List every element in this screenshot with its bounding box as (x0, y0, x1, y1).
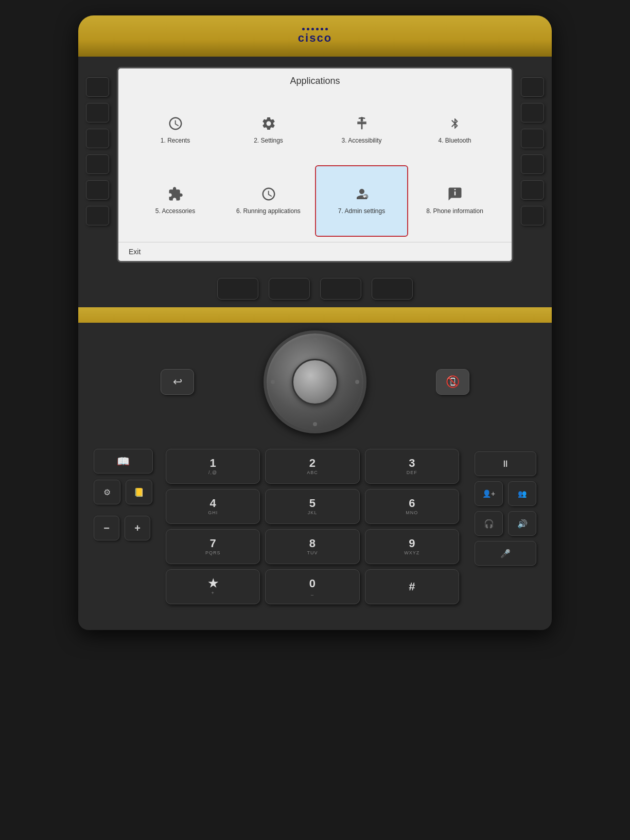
right-func-row-1: ⏸ (469, 451, 536, 476)
app-item-bluetooth[interactable]: 4. Bluetooth (408, 96, 501, 165)
phone-info-icon (447, 186, 463, 204)
key-num-4: 5 (309, 498, 316, 509)
key-6[interactable]: 6MNO (365, 489, 459, 524)
app-item-settings[interactable]: 2. Settings (222, 96, 315, 165)
app-item-accessibility[interactable]: 3. Accessibility (315, 96, 408, 165)
right-func-row-3: 🎧 🔊 (469, 511, 536, 536)
cisco-brand: cisco (298, 31, 332, 45)
key-num-1: 2 (309, 458, 316, 469)
key-num-9: ★ (208, 578, 218, 589)
key-0[interactable]: 0_ (265, 569, 359, 604)
volume-up-button[interactable]: + (125, 516, 150, 540)
right-side-btn-2[interactable] (521, 103, 544, 122)
end-call-button[interactable]: 📵 (436, 369, 469, 395)
right-side-btn-1[interactable] (521, 77, 544, 97)
key-2[interactable]: 2ABC (265, 449, 359, 484)
key-sub-2: DEF (407, 470, 417, 475)
app-item-accessories[interactable]: 5. Accessories (129, 165, 222, 237)
gold-accent-bar (78, 307, 552, 323)
right-func-row-2: 👤+ 👥 (469, 481, 536, 506)
bluetooth-label: 4. Bluetooth (438, 137, 471, 145)
right-side-btn-3[interactable] (521, 129, 544, 148)
right-side-btn-5[interactable] (521, 180, 544, 200)
key-7[interactable]: 7PQRS (166, 529, 260, 564)
key-4[interactable]: 4GHI (166, 489, 260, 524)
contacts-book-button[interactable]: 📖 (94, 449, 153, 474)
app-item-recents[interactable]: 1. Recents (129, 96, 222, 165)
running-apps-label: 6. Running applications (236, 207, 301, 216)
right-func-keys: ⏸ 👤+ 👥 🎧 🔊 🎤 (469, 449, 536, 604)
keypad-main: 1/,@2ABC3DEF4GHI5JKL6MNO7PQRS8TUV9WXYZ★+… (166, 449, 459, 604)
key-9[interactable]: 9WXYZ (365, 529, 459, 564)
key-sub-1: ABC (307, 470, 318, 475)
settings-icon: ⚙ (103, 487, 111, 497)
left-side-btn-6[interactable] (86, 206, 109, 225)
right-side-btn-6[interactable] (521, 206, 544, 225)
key-num-2: 3 (409, 458, 415, 469)
nav-ring[interactable] (264, 330, 366, 433)
screen-row: Applications 1. Recents2. Settings3. Acc… (78, 57, 552, 273)
left-func-keys: 📖 ⚙ 📒 − + (94, 449, 155, 604)
key-5[interactable]: 5JKL (265, 489, 359, 524)
key-num-7: 8 (309, 538, 316, 549)
directory-button[interactable]: 📒 (126, 480, 152, 504)
key-num-6: 7 (210, 538, 216, 549)
pause-icon: ⏸ (501, 459, 510, 469)
key-star[interactable]: ★+ (166, 569, 260, 604)
phone-screen: Applications 1. Recents2. Settings3. Acc… (117, 67, 513, 262)
phone-info-label: 8. Phone information (426, 207, 483, 216)
left-side-btn-2[interactable] (86, 103, 109, 122)
key-3[interactable]: 3DEF (365, 449, 459, 484)
screen-title: Applications (118, 68, 512, 91)
accessories-label: 5. Accessories (155, 207, 195, 216)
admin-settings-label: 7. Admin settings (338, 207, 385, 216)
nav-dot-left (271, 380, 275, 384)
headset-button[interactable]: 🎧 (475, 511, 503, 536)
nav-dot-bottom (313, 422, 317, 426)
app-item-admin-settings[interactable]: 7. Admin settings (315, 165, 408, 237)
key-1[interactable]: 1/,@ (166, 449, 260, 484)
key-hash[interactable]: # (365, 569, 459, 604)
key-sub-4: JKL (308, 510, 318, 515)
nav-select-button[interactable] (292, 359, 338, 405)
key-sub-10: _ (311, 590, 314, 596)
settings-button[interactable]: ⚙ (94, 480, 120, 504)
right-side-btn-4[interactable] (521, 154, 544, 174)
hold-button[interactable]: ⏸ (475, 451, 536, 476)
left-side-btn-4[interactable] (86, 154, 109, 174)
soft-btn-3[interactable] (320, 278, 361, 300)
left-side-btn-3[interactable] (86, 129, 109, 148)
key-num-8: 9 (409, 538, 415, 549)
left-side-btn-1[interactable] (86, 77, 109, 97)
app-item-phone-info[interactable]: 8. Phone information (408, 165, 501, 237)
speaker-icon: 🔊 (517, 519, 528, 529)
accessibility-label: 3. Accessibility (341, 137, 381, 145)
phone-device: cisco Applications 1. Recents2. Settings… (78, 15, 552, 630)
key-sub-5: MNO (406, 510, 418, 515)
soft-btn-2[interactable] (269, 278, 310, 300)
plus-icon: + (134, 522, 141, 534)
running-apps-icon (261, 186, 276, 204)
volume-down-button[interactable]: − (94, 516, 119, 540)
soft-btn-4[interactable] (372, 278, 413, 300)
func-row-2: ⚙ 📒 (94, 480, 155, 504)
key-sub-9: + (212, 590, 215, 596)
mute-button[interactable]: 🎤 (475, 541, 536, 566)
key-num-11: # (409, 581, 415, 592)
conference-button[interactable]: 👥 (508, 481, 536, 506)
key-8[interactable]: 8TUV (265, 529, 359, 564)
app-item-running-apps[interactable]: 6. Running applications (222, 165, 315, 237)
left-side-buttons (78, 72, 117, 262)
exit-button[interactable]: Exit (129, 248, 141, 256)
speaker-button[interactable]: 🔊 (508, 511, 536, 536)
left-side-btn-5[interactable] (86, 180, 109, 200)
key-sub-8: WXYZ (404, 550, 419, 555)
accessibility-icon (354, 116, 370, 134)
soft-btn-1[interactable] (217, 278, 258, 300)
recents-label: 1. Recents (161, 137, 190, 145)
soft-buttons-row (78, 273, 552, 307)
add-contact-button[interactable]: 👤+ (475, 481, 503, 506)
directory-icon: 📒 (134, 487, 144, 497)
back-button[interactable]: ↩ (161, 369, 194, 395)
nav-dot-top (313, 338, 317, 342)
